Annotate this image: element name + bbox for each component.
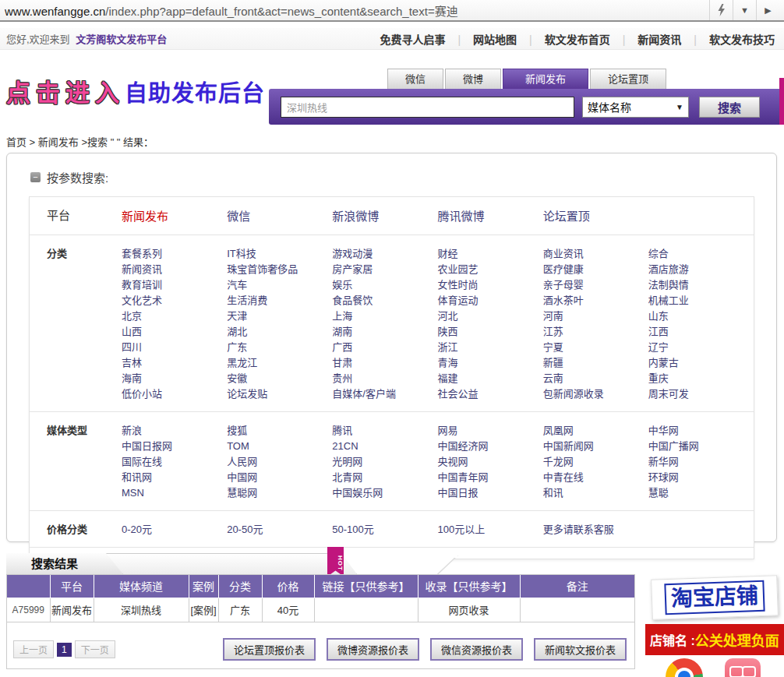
- category-link[interactable]: 新闻资讯: [122, 262, 227, 277]
- media-type-link[interactable]: 中国新闻网: [543, 439, 648, 454]
- top-nav-link[interactable]: 网站地图: [445, 31, 517, 47]
- media-type-link[interactable]: TOM: [227, 439, 332, 454]
- dropdown-icon[interactable]: ▼: [733, 0, 756, 20]
- price-list-button[interactable]: 微信资源报价表: [430, 638, 523, 661]
- media-type-link[interactable]: 千龙网: [543, 454, 648, 470]
- media-select[interactable]: 媒体名称 ▼: [582, 97, 689, 118]
- price-link[interactable]: 100元以上: [438, 522, 543, 538]
- media-type-link[interactable]: 中国广播网: [648, 439, 754, 454]
- media-type-link[interactable]: 21CN: [332, 439, 437, 454]
- price-link[interactable]: 0-20元: [122, 522, 227, 538]
- category-link[interactable]: 商业资讯: [543, 246, 648, 262]
- media-type-link[interactable]: 中国日报网: [122, 439, 227, 454]
- category-link[interactable]: 吉林: [122, 355, 227, 371]
- price-list-button[interactable]: 微博资源报价表: [327, 638, 419, 661]
- category-link[interactable]: 浙江: [438, 340, 543, 355]
- tab-news-active[interactable]: 新闻发布: [503, 69, 588, 89]
- search-input[interactable]: [281, 97, 574, 118]
- search-button[interactable]: 搜索: [699, 97, 760, 118]
- category-link[interactable]: 青海: [438, 355, 543, 371]
- media-type-link[interactable]: 腾讯: [332, 423, 437, 439]
- category-link[interactable]: 陕西: [438, 324, 543, 340]
- media-type-link[interactable]: 央视网: [438, 454, 543, 470]
- category-link[interactable]: 海南: [122, 371, 227, 386]
- media-type-link[interactable]: 和讯: [543, 485, 648, 501]
- media-type-link[interactable]: 环球网: [648, 470, 754, 485]
- category-link[interactable]: 珠宝首饰奢侈品: [227, 262, 332, 277]
- media-type-link[interactable]: 中国青年网: [438, 470, 543, 485]
- category-link[interactable]: 法制舆情: [648, 277, 754, 293]
- collapse-icon[interactable]: −: [30, 172, 41, 182]
- media-type-link[interactable]: 中国经济网: [438, 439, 543, 454]
- category-link[interactable]: 机械工业: [648, 293, 754, 309]
- tab-forum[interactable]: 论坛置顶: [590, 69, 666, 89]
- category-link[interactable]: 甘肃: [332, 355, 437, 371]
- category-link[interactable]: 游戏动漫: [332, 246, 437, 262]
- tab-weibo[interactable]: 微博: [445, 69, 501, 89]
- category-link[interactable]: 云南: [543, 371, 648, 386]
- category-link[interactable]: 重庆: [648, 371, 754, 386]
- media-type-link[interactable]: 慧聪网: [227, 485, 332, 501]
- category-link[interactable]: 辽宁: [648, 340, 754, 355]
- media-type-link[interactable]: 中青在线: [543, 470, 648, 485]
- tab-weixin[interactable]: 微信: [387, 69, 443, 89]
- url-field[interactable]: www.wenfangge.cn/index.php?app=default_f…: [5, 2, 709, 19]
- category-link[interactable]: 上海: [332, 309, 437, 324]
- media-type-link[interactable]: 中国娱乐网: [332, 485, 437, 501]
- category-link[interactable]: 河南: [543, 309, 648, 324]
- media-type-link[interactable]: MSN: [122, 485, 227, 501]
- chat-app-icon[interactable]: [725, 658, 761, 677]
- category-link[interactable]: IT科技: [227, 246, 332, 262]
- price-link[interactable]: 更多请联系客服: [543, 522, 648, 538]
- next-page-button[interactable]: 下一页: [75, 640, 115, 658]
- category-link[interactable]: 包新闻源收录: [543, 386, 648, 402]
- media-type-link[interactable]: 凤凰网: [543, 423, 648, 439]
- category-link[interactable]: 黑龙江: [227, 355, 332, 371]
- category-link[interactable]: 社会公益: [438, 386, 543, 402]
- category-link[interactable]: 女性时尚: [438, 277, 543, 293]
- result-case-link[interactable]: [案例]: [189, 598, 218, 622]
- media-type-link[interactable]: 搜狐: [227, 423, 332, 439]
- category-link[interactable]: 四川: [122, 340, 227, 355]
- category-link[interactable]: 山西: [122, 324, 227, 340]
- media-type-link[interactable]: 中国网: [227, 470, 332, 485]
- category-link[interactable]: 江苏: [543, 324, 648, 340]
- forward-icon[interactable]: ▶: [756, 0, 779, 20]
- media-type-link[interactable]: 慧聪: [648, 485, 754, 501]
- platform-link[interactable]: 新浪微博: [332, 208, 437, 225]
- promo-banner[interactable]: 点击进入自助发布后台: [6, 73, 265, 108]
- media-type-link[interactable]: 中国日报: [438, 485, 543, 501]
- category-link[interactable]: 安徽: [227, 371, 332, 386]
- category-link[interactable]: 房产家居: [332, 262, 437, 277]
- category-link[interactable]: 广东: [227, 340, 332, 355]
- category-link[interactable]: 汽车: [227, 277, 332, 293]
- site-name-link[interactable]: 文芳阁软文发布平台: [76, 33, 167, 45]
- category-link[interactable]: 江西: [648, 324, 754, 340]
- category-link[interactable]: 亲子母婴: [543, 277, 648, 293]
- media-type-link[interactable]: 新华网: [648, 454, 754, 470]
- taobao-shop-card[interactable]: 淘宝店铺: [651, 575, 779, 620]
- flash-icon[interactable]: [709, 0, 733, 20]
- top-nav-link[interactable]: 软文发布首页: [517, 31, 610, 47]
- category-link[interactable]: 山东: [648, 309, 754, 324]
- price-list-button[interactable]: 新闻软文报价表: [534, 638, 627, 661]
- platform-link[interactable]: 新闻发布: [122, 208, 227, 225]
- top-nav-link[interactable]: 新闻资讯: [610, 31, 682, 47]
- category-link[interactable]: 体育运动: [438, 293, 543, 309]
- media-type-link[interactable]: 和讯网: [122, 470, 227, 485]
- category-link[interactable]: 教育培训: [122, 277, 227, 293]
- current-page-button[interactable]: 1: [57, 643, 72, 657]
- category-link[interactable]: 广西: [332, 340, 437, 355]
- media-type-link[interactable]: 人民网: [227, 454, 332, 470]
- top-nav-link[interactable]: 免费寻人启事: [380, 31, 445, 47]
- category-link[interactable]: 内蒙古: [648, 355, 754, 371]
- media-type-link[interactable]: 中华网: [648, 423, 754, 439]
- results-tab[interactable]: 搜索结果: [6, 553, 123, 574]
- category-link[interactable]: 文化艺术: [122, 293, 227, 309]
- prev-page-button[interactable]: 上一页: [13, 640, 54, 658]
- top-nav-link[interactable]: 软文发布技巧: [681, 31, 775, 47]
- category-link[interactable]: 套餐系列: [122, 246, 227, 262]
- category-link[interactable]: 福建: [438, 371, 543, 386]
- category-link[interactable]: 周末可发: [648, 386, 754, 402]
- media-type-link[interactable]: 北青网: [332, 470, 437, 485]
